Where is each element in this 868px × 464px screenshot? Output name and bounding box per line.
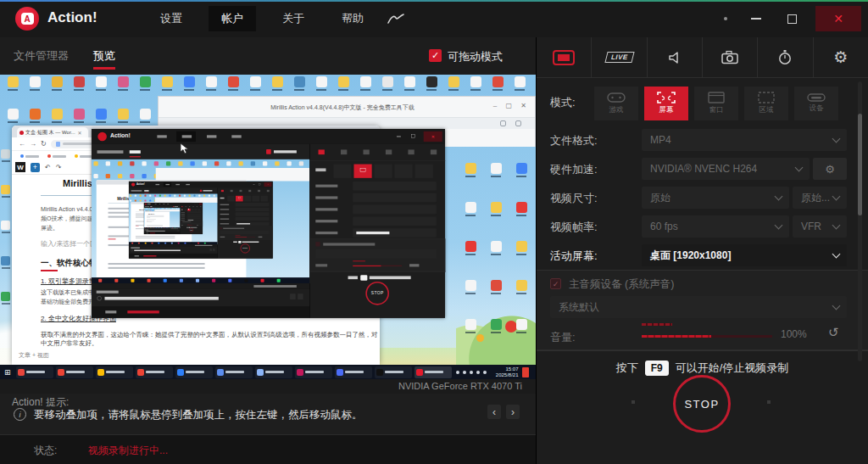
desktop-icon: [487, 319, 505, 335]
desktop-icon: [512, 280, 531, 296]
browser-tab-1: 文盒·短圈 木 — Wor...✕: [17, 127, 88, 137]
desktop-icon: [512, 202, 531, 218]
framerate-select[interactable]: 60 fps: [642, 215, 789, 238]
browser-window: Mirillis Action v4.48.: [145, 211, 170, 227]
benchmark-tab[interactable]: [758, 37, 813, 77]
scrollbar-thumb[interactable]: [858, 114, 862, 215]
vfr-select[interactable]: VFR: [793, 215, 847, 238]
desktop-icon: [114, 76, 132, 92]
mouse-cursor: [180, 143, 190, 158]
audio-section: ✓ 主音频设备 (系统声音) 系统默认 音量: 100% ↺: [537, 270, 868, 351]
prev-tip-button[interactable]: ‹: [487, 405, 501, 419]
taskbar-item: [215, 366, 253, 378]
close-button[interactable]: ✕: [815, 6, 861, 31]
desktop-icon: [0, 149, 11, 165]
capture-preview[interactable]: Mirillis Action v4.4.8(V4.4.8)中文版 - 完全免费…: [0, 75, 536, 379]
taskbar-item: [96, 366, 133, 378]
desktop-icon: [510, 76, 529, 92]
framerate-label: 视频帧率:: [550, 220, 598, 235]
desktop-icon: [25, 109, 44, 125]
screenshot-tab[interactable]: [703, 37, 758, 77]
live-streaming-tab[interactable]: LIVE: [592, 37, 647, 77]
reload-icon: ↻: [41, 140, 47, 148]
desktop-icon: [334, 76, 353, 92]
menu-help[interactable]: 帮助: [332, 0, 373, 37]
taskbar-item: [16, 366, 53, 378]
file-format-label: 文件格式:: [550, 133, 598, 148]
mode-window[interactable]: 窗口: [694, 87, 738, 120]
video-recording-tab[interactable]: [537, 37, 592, 77]
desktop-icon: [158, 76, 176, 92]
volume-value: 100%: [781, 328, 807, 340]
mode-games[interactable]: 游戏: [594, 87, 638, 120]
tab-preview[interactable]: 预览: [93, 37, 115, 75]
taskbar-item: [295, 366, 332, 378]
desktop-icon: [246, 76, 264, 92]
next-tip-button[interactable]: ›: [506, 405, 520, 419]
hw-accel-select[interactable]: NVIDIA® NVENC H264: [642, 158, 810, 180]
desktop-icon: [487, 163, 505, 179]
wallpaper-art: [456, 305, 536, 365]
stopwatch-icon: [778, 49, 792, 65]
desktop-icon: [3, 109, 22, 125]
desktop-icon: [461, 202, 480, 218]
audio-level-meter: [642, 323, 672, 326]
video-size-secondary-select[interactable]: 原始...: [793, 187, 847, 209]
draggable-mode-label: 可拖动模式: [448, 49, 503, 64]
speaker-icon: [668, 51, 682, 64]
draggable-mode-checkbox[interactable]: ✓: [429, 49, 442, 62]
desktop-icon: [268, 76, 287, 92]
minimize-button[interactable]: [744, 6, 768, 31]
audio-tab[interactable]: [648, 37, 703, 77]
volume-reset-icon[interactable]: ↺: [828, 325, 839, 340]
f9-key-badge: F9: [645, 361, 669, 376]
tray-dot-button[interactable]: [717, 6, 734, 31]
action-logo-icon: [131, 182, 135, 186]
volume-slider[interactable]: [642, 335, 772, 338]
menu-about[interactable]: 关于: [273, 0, 314, 37]
file-format-select[interactable]: MP4: [642, 129, 847, 151]
audio-device-select[interactable]: 系统默认: [550, 296, 847, 318]
pen-icon[interactable]: [387, 13, 405, 28]
desktop-icon: [0, 292, 11, 308]
chevron-down-icon: [775, 221, 783, 230]
hw-accel-settings-button[interactable]: ⚙: [813, 158, 847, 180]
chevron-down-icon: [795, 164, 804, 172]
desktop-icon: [512, 241, 531, 257]
taskbar-item: [375, 366, 412, 378]
region-icon: [758, 92, 775, 103]
tab-file-manager[interactable]: 文件管理器: [14, 37, 69, 75]
desktop-icon: [92, 109, 110, 125]
taskbar-item: [175, 366, 213, 378]
maximize-button[interactable]: [780, 6, 804, 31]
taskbar-item: [255, 366, 292, 378]
chevron-down-icon: [832, 135, 841, 143]
video-size-select[interactable]: 原始: [642, 187, 789, 209]
desktop-icon: [487, 280, 505, 296]
screen-icon: [657, 92, 676, 103]
gpu-strip: NVIDIA GeForce RTX 4070 Ti: [0, 379, 536, 394]
action-window: A Action! 设置 帐户 关于 帮助 ✕ 文件管理器 预览 ✓ 可拖动模式…: [0, 0, 868, 464]
redo-icon: ↷: [56, 164, 62, 171]
status-value: 视频录制进行中...: [88, 444, 168, 458]
audio-device-checkbox[interactable]: ✓: [550, 278, 561, 289]
desktop-icon: [461, 241, 480, 257]
menu-settings[interactable]: 设置: [151, 0, 192, 37]
active-screen-select[interactable]: 桌面 [1920x1080]: [642, 244, 847, 266]
desktop-icon: [290, 76, 309, 92]
mode-region[interactable]: 区域: [744, 87, 788, 120]
desktop-icon: [444, 76, 463, 92]
mode-screen[interactable]: 屏幕: [644, 87, 688, 120]
desktop-icon: [3, 76, 22, 92]
mode-device[interactable]: 设备: [794, 87, 838, 120]
action-logo-icon: A: [15, 7, 39, 31]
desktop-icon: [466, 76, 485, 92]
menu-account[interactable]: 帐户: [209, 6, 256, 31]
desktop-icon: [461, 319, 480, 335]
nested-action-window: Action!✕Mirillis Action v4.48.Action!✕Mi…: [92, 129, 446, 319]
desktop-icon: [378, 76, 397, 92]
taskbar-item: [136, 366, 173, 378]
stop-recording-button[interactable]: STOP: [673, 375, 731, 433]
settings-tab[interactable]: ⚙: [814, 37, 868, 77]
gear-icon: ⚙: [833, 49, 848, 65]
